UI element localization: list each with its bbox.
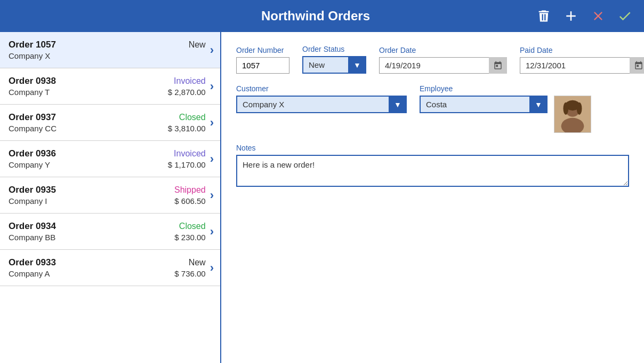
- order-status: Closed: [179, 113, 206, 122]
- order-arrow-icon: ›: [210, 261, 214, 275]
- order-date-label: Order Date: [379, 46, 507, 54]
- form-row-1: Order Number Order Status NewInvoicedClo…: [236, 45, 629, 74]
- order-company: Company A: [9, 269, 50, 278]
- order-date-wrapper: [379, 57, 507, 74]
- order-company: Company CC: [9, 124, 57, 133]
- order-amount: $ 736.00: [174, 269, 205, 278]
- order-company: Company BB: [9, 233, 55, 242]
- order-bottom: Company T $ 2,870.00: [9, 88, 206, 97]
- order-date-input[interactable]: [379, 57, 507, 74]
- svg-point-5: [577, 102, 582, 115]
- order-top: Order 0934 Closed: [9, 221, 206, 232]
- order-company: Company X: [9, 51, 50, 60]
- order-date-calendar-button[interactable]: [489, 57, 507, 74]
- order-amount: $ 3,810.00: [168, 124, 206, 133]
- order-list[interactable]: Order 1057 New Company X › Order 0938 In…: [0, 32, 221, 363]
- employee-select-wrapper: CostaOther ▼: [420, 96, 548, 113]
- order-top: Order 0935 Shipped: [9, 185, 206, 195]
- employee-label: Employee: [420, 84, 591, 93]
- order-info: Order 1057 New Company X: [9, 40, 206, 60]
- order-company: Company I: [9, 196, 47, 206]
- paid-date-wrapper: [520, 57, 644, 74]
- customer-select[interactable]: Company XCompany TCompany CCCompany YCom…: [236, 96, 407, 113]
- order-arrow-icon: ›: [210, 152, 214, 166]
- order-bottom: Company X: [9, 51, 206, 60]
- employee-row: CostaOther ▼: [420, 96, 591, 133]
- order-arrow-icon: ›: [210, 225, 214, 239]
- order-item[interactable]: Order 0935 Shipped Company I $ 606.50 ›: [0, 177, 220, 214]
- main-content: Order 1057 New Company X › Order 0938 In…: [0, 32, 644, 363]
- customer-group: Customer Company XCompany TCompany CCCom…: [236, 84, 407, 113]
- order-arrow-icon: ›: [210, 116, 214, 130]
- order-company: Company T: [9, 88, 50, 97]
- employee-photo: [554, 96, 591, 133]
- order-top: Order 1057 New: [9, 40, 206, 50]
- order-name: Order 0934: [9, 221, 56, 232]
- employee-select[interactable]: CostaOther: [420, 96, 537, 113]
- header-icons: [535, 7, 633, 25]
- detail-panel: Order Number Order Status NewInvoicedClo…: [221, 32, 644, 363]
- order-arrow-icon: ›: [210, 188, 214, 202]
- svg-point-4: [564, 102, 569, 115]
- order-info: Order 0934 Closed Company BB $ 230.00: [9, 221, 206, 242]
- order-name: Order 0937: [9, 112, 56, 123]
- order-status-select[interactable]: NewInvoicedClosedShipped: [302, 56, 366, 74]
- order-top: Order 0933 New: [9, 257, 206, 268]
- order-top: Order 0937 Closed: [9, 112, 206, 123]
- order-number-label: Order Number: [236, 46, 289, 54]
- order-amount: $ 230.00: [174, 233, 205, 242]
- order-item[interactable]: Order 0933 New Company A $ 736.00 ›: [0, 250, 220, 286]
- notes-textarea[interactable]: [236, 155, 629, 187]
- header: Northwind Orders: [0, 0, 644, 32]
- order-name: Order 0933: [9, 257, 56, 268]
- order-status: Invoiced: [174, 149, 206, 159]
- order-top: Order 0936 Invoiced: [9, 148, 206, 159]
- form-row-2: Customer Company XCompany TCompany CCCom…: [236, 84, 629, 133]
- customer-select-wrapper: Company XCompany TCompany CCCompany YCom…: [236, 96, 407, 113]
- order-status: New: [189, 40, 206, 50]
- paid-date-group: Paid Date: [520, 46, 644, 74]
- order-item[interactable]: Order 0938 Invoiced Company T $ 2,870.00…: [0, 68, 220, 105]
- order-top: Order 0938 Invoiced: [9, 76, 206, 86]
- customer-label: Customer: [236, 84, 407, 93]
- order-amount: $ 1,170.00: [168, 160, 206, 169]
- order-status-select-wrapper: NewInvoicedClosedShipped ▼: [302, 56, 366, 74]
- delete-button[interactable]: [535, 7, 552, 25]
- order-item[interactable]: Order 0936 Invoiced Company Y $ 1,170.00…: [0, 141, 220, 177]
- order-bottom: Company Y $ 1,170.00: [9, 160, 206, 169]
- order-name: Order 1057: [9, 40, 56, 50]
- order-info: Order 0936 Invoiced Company Y $ 1,170.00: [9, 148, 206, 169]
- employee-group: Employee CostaOther ▼: [420, 84, 591, 133]
- order-status: Closed: [179, 222, 206, 231]
- paid-date-calendar-button[interactable]: [630, 57, 644, 74]
- order-info: Order 0933 New Company A $ 736.00: [9, 257, 206, 278]
- order-amount: $ 606.50: [174, 196, 205, 206]
- order-bottom: Company BB $ 230.00: [9, 233, 206, 242]
- order-info: Order 0935 Shipped Company I $ 606.50: [9, 185, 206, 206]
- order-status-group: Order Status NewInvoicedClosedShipped ▼: [302, 45, 366, 74]
- confirm-button[interactable]: [616, 7, 633, 25]
- paid-date-input[interactable]: [520, 57, 644, 74]
- order-item[interactable]: Order 1057 New Company X ›: [0, 32, 220, 68]
- order-status: Shipped: [174, 185, 206, 195]
- order-item[interactable]: Order 0934 Closed Company BB $ 230.00 ›: [0, 214, 220, 250]
- notes-label: Notes: [236, 144, 629, 152]
- add-button[interactable]: [562, 7, 580, 25]
- order-bottom: Company I $ 606.50: [9, 196, 206, 206]
- order-status: Invoiced: [174, 76, 206, 86]
- app-title: Northwind Orders: [96, 9, 535, 23]
- paid-date-label: Paid Date: [520, 46, 644, 54]
- order-info: Order 0937 Closed Company CC $ 3,810.00: [9, 112, 206, 133]
- order-status: New: [189, 258, 206, 267]
- cancel-button[interactable]: [590, 7, 607, 25]
- order-item[interactable]: Order 0937 Closed Company CC $ 3,810.00 …: [0, 105, 220, 141]
- order-bottom: Company A $ 736.00: [9, 269, 206, 278]
- notes-group: Notes: [236, 144, 629, 187]
- order-status-label: Order Status: [302, 45, 366, 53]
- order-number-input[interactable]: [236, 57, 289, 74]
- order-info: Order 0938 Invoiced Company T $ 2,870.00: [9, 76, 206, 97]
- order-date-group: Order Date: [379, 46, 507, 74]
- order-name: Order 0935: [9, 185, 56, 195]
- order-arrow-icon: ›: [210, 43, 214, 57]
- order-bottom: Company CC $ 3,810.00: [9, 124, 206, 133]
